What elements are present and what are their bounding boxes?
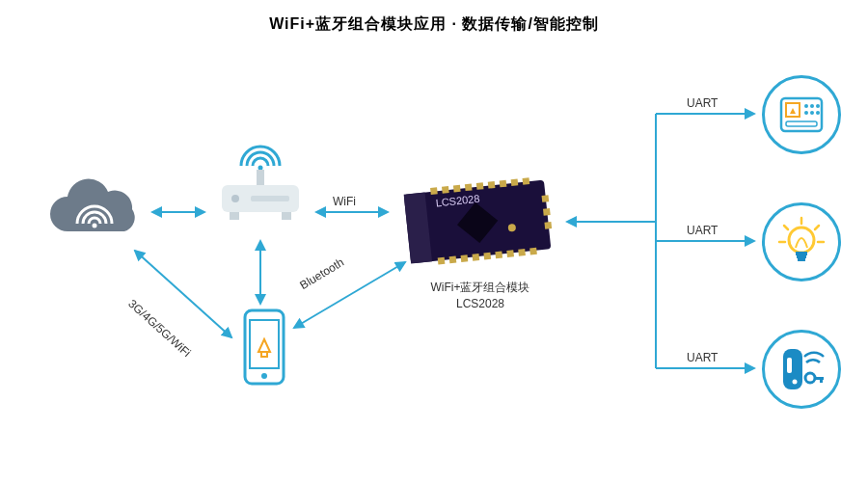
svg-rect-30 — [511, 178, 519, 186]
svg-rect-61 — [796, 252, 807, 255]
svg-rect-69 — [820, 377, 823, 383]
link-label-uart-1: UART — [687, 96, 718, 110]
svg-rect-29 — [500, 180, 507, 188]
svg-point-11 — [258, 166, 263, 171]
svg-point-53 — [816, 111, 820, 115]
svg-rect-38 — [506, 250, 514, 257]
svg-rect-40 — [529, 248, 537, 255]
svg-point-49 — [810, 104, 814, 108]
router-icon — [212, 143, 309, 229]
svg-rect-42 — [543, 208, 551, 216]
svg-rect-34 — [461, 254, 469, 262]
svg-point-60 — [789, 228, 814, 253]
svg-rect-62 — [797, 255, 806, 258]
svg-point-14 — [231, 195, 239, 202]
svg-rect-37 — [495, 252, 502, 259]
svg-rect-12 — [257, 170, 264, 187]
link-label-uart-2: UART — [687, 224, 718, 237]
svg-rect-28 — [488, 181, 496, 189]
svg-rect-27 — [476, 182, 484, 190]
lightbulb-icon — [774, 215, 828, 269]
svg-rect-33 — [449, 256, 457, 264]
module-name-1: WiFi+蓝牙组合模块 — [422, 280, 538, 296]
smart-lock-icon — [775, 343, 827, 395]
diagram-title: WiFi+蓝牙组合模块应用 · 数据传输/智能控制 — [269, 14, 599, 35]
device-smart-lock — [762, 330, 841, 409]
svg-point-48 — [804, 104, 808, 108]
svg-rect-32 — [438, 257, 446, 265]
cloud-icon — [39, 178, 145, 246]
svg-point-10 — [93, 224, 97, 228]
control-panel-icon — [777, 91, 826, 139]
module-node: LCS2028 — [395, 174, 559, 270]
svg-rect-25 — [453, 185, 461, 193]
svg-point-66 — [793, 380, 798, 385]
svg-point-51 — [804, 111, 808, 115]
svg-rect-16 — [230, 212, 239, 220]
module-caption: WiFi+蓝牙组合模块 LCS2028 — [422, 280, 538, 312]
phone-icon — [241, 308, 287, 386]
svg-rect-35 — [472, 254, 479, 261]
svg-rect-15 — [251, 196, 289, 201]
svg-point-50 — [816, 104, 820, 108]
svg-rect-54 — [786, 121, 817, 126]
svg-line-57 — [815, 226, 819, 229]
svg-rect-24 — [442, 186, 449, 194]
device-lightbulb — [762, 202, 841, 281]
svg-rect-63 — [798, 258, 805, 261]
module-name-2: LCS2028 — [422, 296, 538, 312]
svg-rect-64 — [783, 349, 802, 389]
svg-point-67 — [805, 373, 815, 383]
svg-rect-39 — [518, 249, 526, 256]
device-control-panel — [762, 75, 841, 154]
pcb-icon: LCS2028 — [395, 174, 559, 270]
router-node — [212, 143, 309, 229]
phone-node — [241, 308, 287, 386]
svg-rect-43 — [544, 222, 552, 229]
svg-rect-31 — [523, 177, 530, 185]
svg-rect-36 — [483, 253, 491, 260]
link-label-uart-3: UART — [687, 351, 718, 364]
link-label-cellular: 3G/4G/5G/WiFi — [125, 297, 193, 360]
svg-point-20 — [261, 373, 267, 379]
svg-rect-65 — [787, 358, 792, 373]
svg-point-52 — [810, 111, 814, 115]
svg-rect-41 — [542, 195, 550, 202]
svg-rect-26 — [465, 183, 473, 191]
svg-rect-19 — [250, 320, 279, 368]
link-label-wifi: WiFi — [333, 195, 356, 208]
svg-rect-17 — [282, 212, 291, 220]
cloud-node — [39, 178, 145, 246]
svg-rect-23 — [430, 187, 438, 195]
link-label-bluetooth: Bluetooth — [297, 255, 346, 292]
svg-line-56 — [784, 226, 788, 229]
